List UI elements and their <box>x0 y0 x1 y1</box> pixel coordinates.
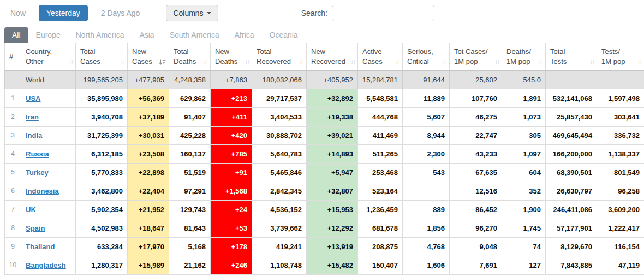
columns-dropdown-button[interactable]: Columns <box>166 5 218 21</box>
cell-new-cases: +30,031 <box>128 126 169 144</box>
tab-oceania[interactable]: Oceania <box>262 27 306 43</box>
col-header-total-recovered[interactable]: Total Recovered↓↑ <box>252 43 307 71</box>
country-link[interactable]: Iran <box>26 113 39 121</box>
sort-icon: ↓↑ <box>245 58 249 65</box>
sort-icon: ↓↑ <box>589 58 594 65</box>
col-header-serious-critical[interactable]: Serious, Critical↓↑ <box>403 43 450 71</box>
country-link[interactable]: Thailand <box>26 243 55 251</box>
col-header-label: Total Recovered <box>257 47 302 66</box>
tab-all[interactable]: All <box>4 27 28 43</box>
country-link[interactable]: Turkey <box>26 168 49 177</box>
cell-total-recovered: 419,241 <box>252 237 307 256</box>
tab-africa[interactable]: Africa <box>227 27 262 43</box>
col-header-label: Total Deaths <box>174 47 206 66</box>
tab-europe[interactable]: Europe <box>28 27 68 43</box>
col-header-country-other[interactable]: Country, Other↓↑ <box>21 43 76 71</box>
cell-cases-per-1m: 43,233 <box>450 144 502 163</box>
cell-total-cases: 199,565,205 <box>76 70 128 89</box>
cell-deaths-per-1m: 1,891 <box>502 89 546 107</box>
cell-new-recovered: +32,807 <box>307 182 358 200</box>
country-link[interactable]: USA <box>26 94 40 103</box>
cell-cases-per-1m: 7,691 <box>450 256 502 274</box>
cell-total-recovered: 3,739,662 <box>252 219 307 237</box>
cell-total-recovered: 30,888,702 <box>252 126 307 144</box>
cell-rank: 8 <box>5 219 21 237</box>
cell-total-cases: 6,312,185 <box>76 144 128 163</box>
yesterday-button[interactable]: Yesterday <box>39 5 88 21</box>
sort-icon: ↓↑ <box>637 58 641 65</box>
cell-rank: 6 <box>5 182 21 200</box>
sort-icon: ↓↑ <box>350 58 355 65</box>
cell-serious-critical: 4,768 <box>403 237 450 256</box>
two-days-ago-button[interactable]: 2 Days Ago <box>99 5 142 21</box>
country-link[interactable]: UK <box>26 206 36 214</box>
cell-serious-critical: 1,856 <box>403 219 450 237</box>
cell-new-deaths: +91 <box>211 163 252 182</box>
col-header-total-cases[interactable]: Total Cases↓↑ <box>76 43 128 71</box>
cell-total-tests: 166,200,000 <box>546 144 597 163</box>
cell-tests-per-1m: 303,641 <box>597 107 644 126</box>
search-container: Search: <box>301 5 434 21</box>
cell-deaths-per-1m: 352 <box>502 182 546 200</box>
country-row-usa: 1USA35,895,980+56,369629,862+21329,717,5… <box>5 89 644 107</box>
cell-total-tests: 7,843,885 <box>546 256 597 274</box>
col-header-total-deaths[interactable]: Total Deaths↓↑ <box>169 43 211 71</box>
country-link[interactable]: Russia <box>26 150 49 158</box>
col-header-total-tests[interactable]: Total Tests↓↑ <box>546 43 597 71</box>
country-link[interactable]: India <box>26 131 42 140</box>
col-header-new-deaths[interactable]: New Deaths↓↑ <box>211 43 252 71</box>
tab-asia[interactable]: Asia <box>132 27 162 43</box>
col-header-label: Country, Other <box>26 47 71 66</box>
covid-stats-table: #Country, Other↓↑Total Cases↓↑New CasesT… <box>4 43 644 275</box>
sort-icon: ↓↑ <box>395 58 399 65</box>
cell-total-recovered: 3,404,533 <box>252 107 307 126</box>
col-header-deaths-1m-pop[interactable]: Deaths/ 1M pop↓↑ <box>502 43 546 71</box>
col-header-new-recovered[interactable]: New Recovered↓↑ <box>307 43 358 71</box>
cell-serious-critical: 2,300 <box>403 144 450 163</box>
search-input[interactable] <box>332 5 434 21</box>
country-link[interactable]: Bangladesh <box>26 261 66 269</box>
cell-active-cases: 15,284,781 <box>358 70 403 89</box>
cell-tests-per-1m: 3,609,200 <box>597 200 644 219</box>
now-button[interactable]: Now <box>8 5 28 21</box>
cell-serious-critical: 11,889 <box>403 89 450 107</box>
country-link[interactable]: Indonesia <box>26 187 59 195</box>
country-link[interactable]: Spain <box>26 224 45 232</box>
cell-total-recovered: 1,108,748 <box>252 256 307 274</box>
col-header-tests-1m-pop[interactable]: Tests/ 1M pop↓↑ <box>597 43 644 71</box>
cell-new-recovered: +15,482 <box>307 256 358 274</box>
cell-new-cases: +17,970 <box>128 237 169 256</box>
tab-north-america[interactable]: North America <box>68 27 132 43</box>
sort-descending-icon <box>159 59 166 66</box>
cell-new-deaths: +420 <box>211 126 252 144</box>
cell-new-recovered: +39,021 <box>307 126 358 144</box>
tab-south-america[interactable]: South America <box>162 27 227 43</box>
col-header-tot-cases-1m-pop[interactable]: Tot Cases/ 1M pop↓↑ <box>450 43 502 71</box>
cell-rank: 5 <box>5 163 21 182</box>
col-header-label: New Recovered <box>311 47 353 66</box>
cell-total-deaths: 629,862 <box>169 89 211 107</box>
cell-new-deaths: +7,863 <box>211 70 252 89</box>
caret-down-icon <box>207 12 211 14</box>
cell-new-deaths: +24 <box>211 200 252 219</box>
toolbar: Now Yesterday 2 Days Ago Columns Search: <box>0 0 644 26</box>
cell-total-tests: 68,390,501 <box>546 163 597 182</box>
cell-total-tests: 26,630,797 <box>546 182 597 200</box>
cell-active-cases: 681,678 <box>358 219 403 237</box>
cell-country: Russia <box>21 144 76 163</box>
cell-new-recovered: +405,952 <box>307 70 358 89</box>
cell-rank: 2 <box>5 107 21 126</box>
cell-active-cases: 253,468 <box>358 163 403 182</box>
cell-deaths-per-1m: 1,745 <box>502 219 546 237</box>
sort-icon: ↓↑ <box>538 58 542 65</box>
cell-total-tests: 532,141,068 <box>546 89 597 107</box>
cell-country: World <box>21 70 76 89</box>
cell-new-deaths: +53 <box>211 219 252 237</box>
cell-deaths-per-1m: 1,097 <box>502 144 546 163</box>
world-summary-row: World199,565,205+477,9054,248,358+7,8631… <box>5 70 644 89</box>
col-header-active-cases[interactable]: Active Cases↓↑ <box>358 43 403 71</box>
cell-total-deaths: 129,743 <box>169 200 211 219</box>
country-row-spain: 8Spain4,502,983+18,64781,643+533,739,662… <box>5 219 644 237</box>
col-header-new-cases[interactable]: New Cases <box>128 43 169 71</box>
cell-cases-per-1m: 46,275 <box>450 107 502 126</box>
